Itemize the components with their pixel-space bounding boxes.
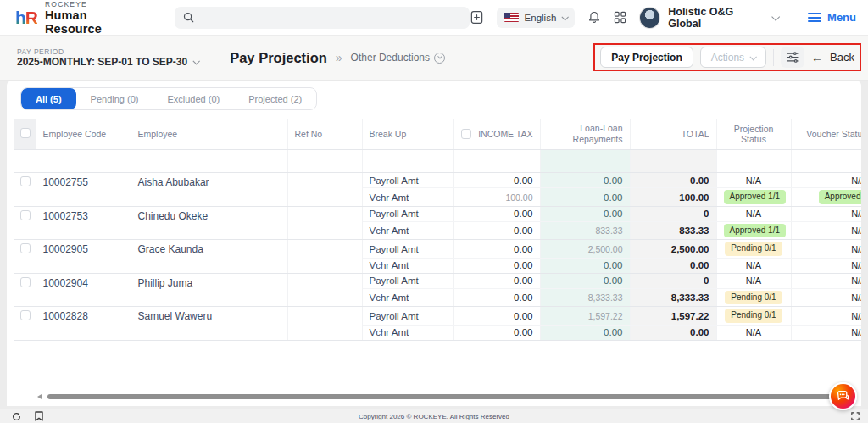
page-subheader: PAY PERIOD 2025-MONTHLY: SEP-01 TO SEP-3… <box>0 36 868 81</box>
tab-all-5[interactable]: All (5) <box>21 88 76 109</box>
column-settings-button[interactable] <box>781 47 804 68</box>
projection-status-cell: Approved 1/1 <box>716 188 791 207</box>
employee-table: Employee CodeEmployeeRef NoBreak UpINCOM… <box>14 119 861 341</box>
subheader-divider <box>214 43 214 72</box>
loan-repayment-value-cell: 0.00 <box>540 273 630 288</box>
copyright-text: Copyright 2026 © ROCKEYE. All Rights Res… <box>0 413 868 420</box>
column-header-income-tax: INCOME TAX <box>453 119 540 150</box>
row-select-cell <box>14 240 36 274</box>
total-value-cell: 0 <box>630 273 716 288</box>
us-flag-icon <box>504 13 519 22</box>
toolbar-divider <box>773 49 774 66</box>
employee-name-cell: Samuel Waweru <box>131 307 287 341</box>
loan-repayment-value-cell: 0.00 <box>540 325 630 340</box>
column-header-total: TOTAL <box>630 119 716 150</box>
pay-period-selector[interactable]: PAY PERIOD 2025-MONTHLY: SEP-01 TO SEP-3… <box>17 47 198 68</box>
tab-pending-0[interactable]: Pending (0) <box>76 88 153 109</box>
projection-status-cell-badge: Pending 0/1 <box>725 309 782 323</box>
row-checkbox[interactable] <box>20 210 31 220</box>
filter-cell[interactable] <box>131 150 287 173</box>
employee-name-cell: Grace Kaunda <box>131 240 287 274</box>
projection-status-cell: Pending 0/1 <box>716 240 791 259</box>
notifications-bell-icon[interactable] <box>587 10 601 25</box>
language-selector[interactable]: English <box>497 8 576 28</box>
bookmark-add-icon[interactable] <box>470 10 484 25</box>
search-icon <box>183 12 194 23</box>
total-value-cell: 0.00 <box>630 173 716 188</box>
brand-logo[interactable]: hR ROCKEYE Human Resource <box>15 0 145 36</box>
filter-cell[interactable] <box>287 150 362 173</box>
filter-cell[interactable] <box>791 150 861 173</box>
row-checkbox[interactable] <box>20 310 31 320</box>
menu-button[interactable]: Menu <box>808 11 856 24</box>
total-value-cell: 2,500.00 <box>630 240 716 259</box>
income-tax-value-cell: 0.00 <box>453 288 540 307</box>
voucher-status-cell: N/A <box>791 221 861 240</box>
income-tax-value-cell: 0.00 <box>453 325 540 340</box>
column-header-projection-status: Projection Status <box>716 119 791 150</box>
pay-projection-card: All (5)Pending (0)Excluded (0)Projected … <box>7 81 861 406</box>
total-value-cell: 833.33 <box>630 221 716 240</box>
table-row: 10002753Chinedu OkekePayroll Amt0.000.00… <box>14 206 861 221</box>
annotation-highlight-box: Pay Projection Actions ← Back <box>593 43 861 71</box>
tab-projected-2[interactable]: Projected (2) <box>234 88 316 109</box>
income-tax-value-cell: 0.00 <box>453 221 540 240</box>
status-tabs: All (5)Pending (0)Excluded (0)Projected … <box>20 87 317 110</box>
pay-period-value: 2025-MONTHLY: SEP-01 TO SEP-30 <box>17 56 187 68</box>
select-all-checkbox[interactable] <box>20 128 31 138</box>
breadcrumb-sub-page[interactable]: Other Deductions <box>351 52 445 64</box>
employee-code-cell: 10002905 <box>36 240 131 274</box>
voucher-status-cell: N/A <box>791 273 861 288</box>
projection-status-cell: Approved 1/1 <box>716 221 791 240</box>
income-tax-select-all-checkbox[interactable] <box>461 129 471 139</box>
apps-grid-icon[interactable] <box>614 11 626 24</box>
projection-status-cell: N/A <box>716 273 791 288</box>
employee-code-cell: 10002753 <box>36 206 131 240</box>
ref-no-cell <box>287 240 362 274</box>
loan-repayment-value-cell: 2,500.00 <box>540 240 630 259</box>
voucher-status-cell: N/A <box>791 258 861 273</box>
tab-excluded-0[interactable]: Excluded (0) <box>153 88 234 109</box>
ref-no-cell <box>287 307 362 341</box>
search-bar[interactable] <box>175 7 469 29</box>
chat-bubble-icon <box>836 389 850 404</box>
filter-cell[interactable] <box>14 150 36 173</box>
employee-code-cell: 10002904 <box>36 273 131 307</box>
loan-repayment-value-cell: 0.00 <box>540 188 630 207</box>
row-checkbox[interactable] <box>20 277 31 287</box>
ref-no-cell <box>287 173 362 207</box>
chevron-down-icon <box>750 53 757 60</box>
row-checkbox[interactable] <box>20 176 31 186</box>
actions-dropdown-button[interactable]: Actions <box>700 47 766 68</box>
pay-projection-button[interactable]: Pay Projection <box>600 47 693 68</box>
filter-cell[interactable] <box>362 150 453 173</box>
table-header-row: Employee CodeEmployeeRef NoBreak UpINCOM… <box>14 119 861 150</box>
filter-cell[interactable] <box>36 150 131 173</box>
filter-cell[interactable] <box>540 150 630 173</box>
filter-cell[interactable] <box>716 150 791 173</box>
scroll-left-arrow[interactable] <box>37 394 42 399</box>
filter-cell[interactable] <box>630 150 716 173</box>
projection-status-cell: N/A <box>716 325 791 340</box>
ref-no-cell <box>287 206 362 240</box>
filter-cell[interactable] <box>453 150 540 173</box>
language-label: English <box>525 13 557 23</box>
org-switcher[interactable]: Holistic O&G Global <box>639 6 778 30</box>
loan-repayment-value-cell: 0.00 <box>540 258 630 273</box>
horizontal-scrollbar[interactable] <box>47 394 848 399</box>
page-title: Pay Projection <box>230 50 327 66</box>
column-header-ref-no: Ref No <box>287 119 362 150</box>
loan-repayment-value-cell: 8,333.33 <box>540 288 630 307</box>
search-input[interactable] <box>201 12 460 24</box>
row-checkbox[interactable] <box>20 243 31 253</box>
ref-no-cell <box>287 273 362 307</box>
chat-support-button[interactable] <box>829 382 857 410</box>
back-button[interactable]: ← Back <box>811 51 854 64</box>
income-tax-value-cell: 100.00 <box>453 188 540 207</box>
column-header-break-up: Break Up <box>362 119 453 150</box>
hamburger-icon <box>808 13 821 22</box>
table-row: 10002755Aisha AbubakarPayroll Amt0.000.0… <box>14 173 861 188</box>
employee-name-cell: Phillip Juma <box>131 273 287 307</box>
income-tax-value-cell: 0.00 <box>453 258 540 273</box>
projection-status-cell-badge: Approved 1/1 <box>724 190 787 204</box>
